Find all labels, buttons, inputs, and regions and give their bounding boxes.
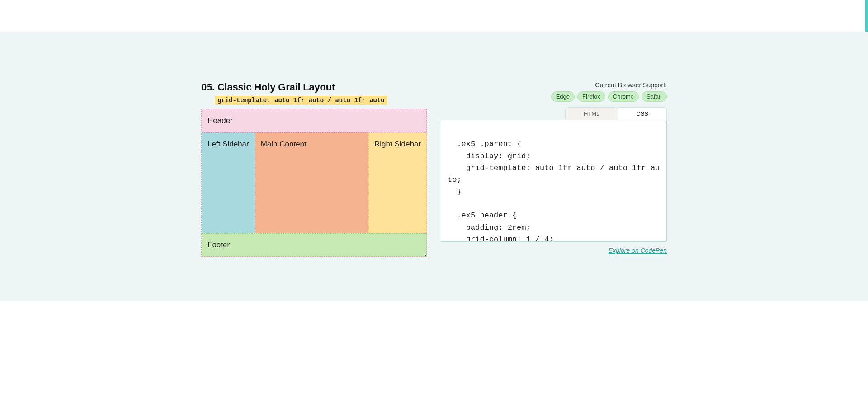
css-code-block: .ex5 .parent { display: grid; grid-templ…	[441, 120, 666, 242]
tab-css[interactable]: CSS	[618, 107, 667, 120]
browser-support-label: Current Browser Support:	[441, 81, 667, 89]
browser-support-chips: Edge Firefox Chrome Safari	[441, 91, 667, 102]
demo-right-sidebar: Right Sidebar	[368, 132, 427, 233]
section-inner: 05. Classic Holy Grail Layout grid-templ…	[201, 32, 667, 257]
title-row: 05. Classic Holy Grail Layout	[201, 81, 427, 93]
tab-html[interactable]: HTML	[565, 107, 618, 120]
left-column: 05. Classic Holy Grail Layout grid-templ…	[201, 81, 427, 257]
demo-left-sidebar: Left Sidebar	[202, 132, 255, 233]
demo-main-content: Main Content	[255, 132, 368, 233]
example-section: 05. Classic Holy Grail Layout grid-templ…	[0, 32, 868, 301]
code-pane[interactable]: .ex5 .parent { display: grid; grid-templ…	[441, 120, 667, 242]
browser-chip-edge: Edge	[551, 91, 575, 102]
demo-footer: Footer	[202, 233, 427, 257]
code-tabs: HTML CSS	[441, 107, 667, 120]
codepen-link-row: Explore on CodePen	[441, 246, 667, 255]
page: 05. Classic Holy Grail Layout grid-templ…	[0, 0, 868, 420]
browser-chip-firefox: Firefox	[577, 91, 605, 102]
browser-chip-safari: Safari	[642, 91, 667, 102]
browser-chip-chrome: Chrome	[608, 91, 639, 102]
explore-codepen-link[interactable]: Explore on CodePen	[609, 247, 667, 254]
demo-header: Header	[202, 109, 427, 132]
right-column: Current Browser Support: Edge Firefox Ch…	[441, 81, 667, 255]
top-whitespace	[0, 0, 868, 32]
demo-grid-parent[interactable]: Header Left Sidebar Main Content Right S…	[201, 109, 427, 257]
example-title: 05. Classic Holy Grail Layout	[201, 81, 427, 93]
css-snippet-chip: grid-template: auto 1fr auto / auto 1fr …	[215, 96, 387, 105]
